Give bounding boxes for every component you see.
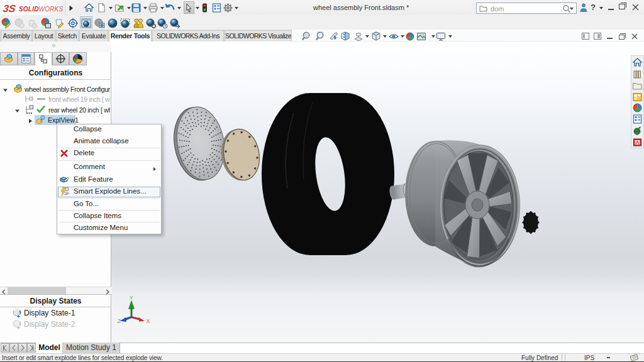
svg-text:SOLIDWORKS: SOLIDWORKS xyxy=(19,6,63,13)
svg-text:Y: Y xyxy=(130,295,133,301)
svg-text:3S: 3S xyxy=(3,3,16,14)
svg-text:X: X xyxy=(147,318,150,324)
svg-text:Z: Z xyxy=(118,318,121,324)
